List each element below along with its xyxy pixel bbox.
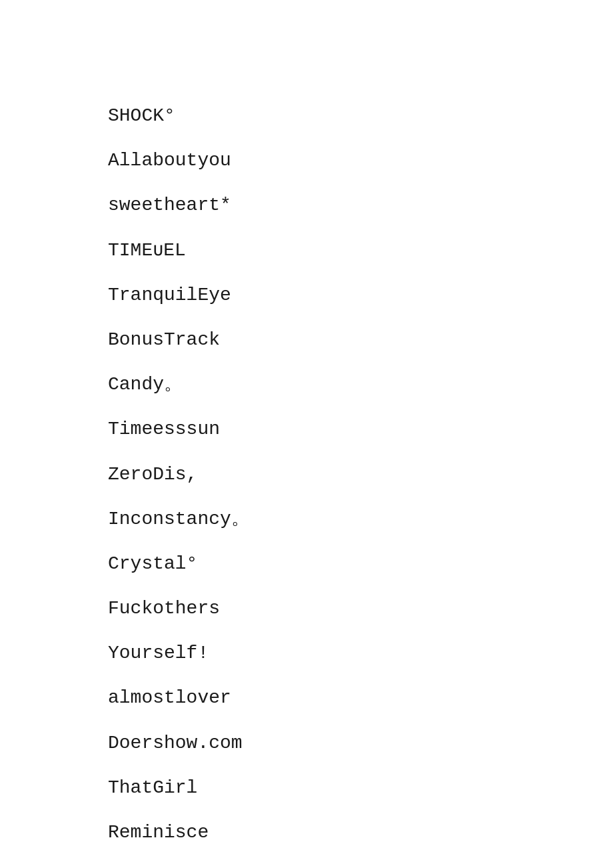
list-item-text: Reminisce — [108, 819, 209, 845]
list-item-text: TranquilEye — [108, 282, 231, 308]
list-item-fuckothers: Fuckothers — [108, 586, 613, 631]
list-item-reminisce: Reminisce — [108, 810, 613, 855]
list-item-crystal: Crystal° — [108, 541, 613, 586]
list-item-allaboutyou: Allaboutyou — [108, 138, 613, 183]
list-item-doershow: Doershow.com — [108, 721, 613, 765]
list-item-sweetheart: sweetheart* — [108, 183, 613, 227]
list-item-text: sweetheart* — [108, 192, 231, 218]
main-list: SHOCK°Allaboutyousweetheart*TIMEᴜELTranq… — [0, 0, 613, 868]
list-item-text: Candy。 — [108, 371, 183, 397]
list-item-ineedyourlove: INeedYourLove. — [108, 855, 613, 868]
list-item-zerodis: ZeroDis, — [108, 452, 613, 497]
list-item-text: Timeesssun — [108, 416, 220, 442]
list-item-text: Crystal° — [108, 551, 197, 577]
list-item-text: ThatGirl — [108, 775, 197, 801]
list-item-text: TIMEᴜEL — [108, 237, 186, 263]
list-item-shock: SHOCK° — [108, 93, 613, 138]
list-item-almostlover: almostlover — [108, 675, 613, 720]
list-item-tranquileye: TranquilEye — [108, 273, 613, 317]
list-item-bonustrack: BonusTrack — [108, 317, 613, 362]
list-item-text: Yourself! — [108, 640, 209, 666]
list-item-text: SHOCK° — [108, 103, 175, 129]
list-item-yourself: Yourself! — [108, 631, 613, 675]
list-item-text: ZeroDis, — [108, 461, 197, 487]
list-item-text: Doershow.com — [108, 730, 243, 756]
list-item-text: BonusTrack — [108, 327, 220, 353]
list-item-text: almostlover — [108, 685, 231, 711]
list-item-text: Inconstancy。 — [108, 506, 250, 532]
list-item-text: Fuckothers — [108, 595, 220, 621]
list-item-candy: Candy。 — [108, 362, 613, 407]
list-item-text: Allaboutyou — [108, 147, 231, 173]
list-item-text: INeedYourLove. — [108, 864, 265, 868]
list-item-thatgirl: ThatGirl — [108, 765, 613, 810]
list-item-inconstancy: Inconstancy。 — [108, 497, 613, 541]
list-item-timeesssun: Timeesssun — [108, 407, 613, 451]
list-item-time: TIMEᴜEL — [108, 228, 613, 273]
